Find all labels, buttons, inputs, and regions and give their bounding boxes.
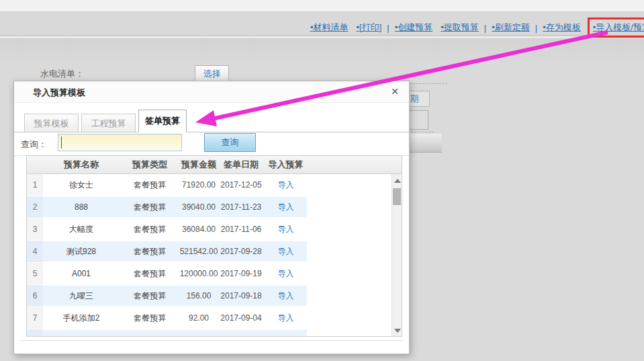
- budget-amount: 521542.00: [180, 241, 218, 262]
- budget-amount: 39040.00: [180, 196, 218, 218]
- top-strip: [0, 0, 644, 11]
- sign-date: 2017-11-23: [218, 196, 265, 218]
- tab-budget-template[interactable]: 预算模板: [24, 114, 79, 132]
- toolbar-link-refresh-quota[interactable]: •刷新定额: [492, 22, 530, 34]
- row-index: [27, 329, 43, 336]
- sign-date: 2017-11-06: [218, 218, 265, 240]
- table-row: 3 大幅度 套餐预算 36084.00 2017-11-06 导入: [27, 218, 402, 241]
- row-index: 2: [27, 196, 43, 218]
- budget-amount: [180, 329, 218, 336]
- header-import-budget: 导入预算: [265, 159, 307, 171]
- row-index: 3: [27, 218, 43, 240]
- budget-amount: 120000.00: [180, 263, 218, 284]
- table-row: 4 测试928 套餐预算 521542.00 2017-09-28 导入: [27, 241, 402, 263]
- header-budget-name: 预算名称: [43, 159, 120, 171]
- header-budget-amount: 预算金额: [180, 159, 218, 171]
- import-link[interactable]: 导入: [278, 246, 294, 257]
- budget-name: 大幅度: [43, 218, 120, 240]
- import-link[interactable]: 导入: [278, 202, 294, 213]
- row-index: 4: [27, 241, 43, 262]
- scroll-up-icon[interactable]: [394, 179, 401, 183]
- sign-date: [218, 329, 265, 336]
- table-header-row: 预算名称 预算类型 预算金额 签单日期 导入预算: [27, 156, 402, 174]
- sign-date: 2017-09-19: [218, 263, 265, 284]
- import-link[interactable]: 导入: [278, 224, 294, 235]
- budget-name: 测试928: [43, 241, 120, 262]
- budget-type: 套餐预算: [120, 174, 180, 196]
- budget-name: 九曜三: [43, 285, 120, 307]
- import-link[interactable]: 导入: [278, 290, 294, 302]
- toolbar-separator: |: [387, 23, 389, 33]
- budget-amount: 92.00: [180, 307, 218, 329]
- query-label: 查询：: [21, 138, 47, 151]
- toolbar-link-import-template-budget[interactable]: •导入模板/预算: [588, 17, 644, 38]
- toolbar-separator: |: [535, 23, 537, 33]
- budget-table: 预算名称 预算类型 预算金额 签单日期 导入预算 1 徐女士 套餐预算 7192…: [26, 155, 402, 337]
- header-sign-date: 签单日期: [218, 159, 265, 171]
- query-button[interactable]: 查询: [204, 133, 256, 152]
- dialog-tab-strip: 预算模板 工程预算 签单预算: [14, 103, 409, 132]
- table-row-partial: [27, 329, 402, 336]
- budget-name: 徐女士: [43, 174, 120, 196]
- toolbar-link-print[interactable]: •[打印]: [357, 22, 382, 34]
- sign-date: 2017-09-28: [218, 241, 265, 262]
- sign-date: 2017-12-05: [218, 174, 265, 196]
- query-input[interactable]: [58, 134, 182, 151]
- budget-type: 套餐预算: [120, 263, 180, 284]
- header-budget-type: 预算类型: [120, 159, 180, 171]
- toolbar-link-material-list[interactable]: •材料清单: [310, 22, 349, 34]
- dialog-title: 导入预算模板: [33, 87, 85, 99]
- budget-name: 888: [43, 196, 120, 218]
- dialog-title-bar: 导入预算模板 ×: [14, 81, 409, 103]
- toolbar-link-extract-budget[interactable]: •提取预算: [441, 22, 479, 34]
- import-link[interactable]: 导入: [278, 268, 294, 280]
- table-row: 5 A001 套餐预算 120000.00 2017-09-19 导入: [27, 263, 402, 285]
- row-index: 7: [27, 307, 43, 329]
- vertical-scrollbar[interactable]: [392, 174, 402, 336]
- close-icon[interactable]: ×: [387, 84, 402, 99]
- sign-date: 2017-09-04: [218, 307, 265, 329]
- table-row: 6 九曜三 套餐预算 156.00 2017-09-18 导入: [27, 285, 402, 307]
- row-index: 1: [27, 174, 43, 196]
- budget-type: 套餐预算: [120, 285, 180, 307]
- import-cell: [265, 329, 307, 336]
- budget-name: A001: [43, 263, 120, 284]
- budget-name: [43, 329, 120, 336]
- scrollbar-thumb[interactable]: [393, 188, 401, 205]
- background-dashed-divider: [410, 83, 447, 84]
- budget-type: [120, 329, 180, 336]
- budget-type: 套餐预算: [120, 196, 180, 218]
- water-electric-list-label: 水电清单：: [40, 68, 84, 80]
- row-index: 5: [27, 263, 43, 284]
- table-row: 1 徐女士 套餐预算 71920.00 2017-12-05 导入: [27, 174, 402, 196]
- dialog-footer-divider: [19, 340, 404, 341]
- sign-date: 2017-09-18: [218, 285, 265, 307]
- row-index: 6: [27, 285, 43, 307]
- budget-type: 套餐预算: [120, 218, 180, 240]
- toolbar-link-save-as-template[interactable]: •存为模板: [543, 22, 581, 34]
- import-budget-template-dialog: 导入预算模板 × 预算模板 工程预算 签单预算 查询： 查询 预算名称 预算类型…: [13, 81, 410, 354]
- budget-type: 套餐预算: [120, 307, 180, 329]
- import-link[interactable]: 导入: [278, 179, 294, 191]
- budget-type: 套餐预算: [120, 241, 180, 262]
- tab-signed-budget[interactable]: 签单预算: [138, 110, 187, 132]
- query-row: 查询： 查询: [14, 132, 409, 154]
- import-link[interactable]: 导入: [278, 313, 294, 324]
- table-row: 2 888 套餐预算 39040.00 2017-11-23 导入: [27, 196, 402, 218]
- table-body: 1 徐女士 套餐预算 71920.00 2017-12-05 导入 2 888 …: [27, 174, 402, 336]
- budget-name: 手机添加2: [43, 307, 120, 329]
- toolbar-separator: |: [484, 23, 486, 33]
- budget-amount: 156.00: [180, 285, 218, 307]
- scroll-down-icon[interactable]: [394, 329, 401, 333]
- budget-amount: 71920.00: [180, 174, 218, 196]
- toolbar: •材料清单 •[打印] | •创建预算 •提取预算 | •刷新定额 | •存为模…: [306, 17, 644, 38]
- table-row: 7 手机添加2 套餐预算 92.00 2017-09-04 导入: [27, 307, 402, 329]
- tab-project-budget[interactable]: 工程预算: [81, 114, 136, 132]
- budget-amount: 36084.00: [180, 218, 218, 240]
- text-caret: [61, 136, 62, 149]
- toolbar-link-create-budget[interactable]: •创建预算: [395, 22, 433, 34]
